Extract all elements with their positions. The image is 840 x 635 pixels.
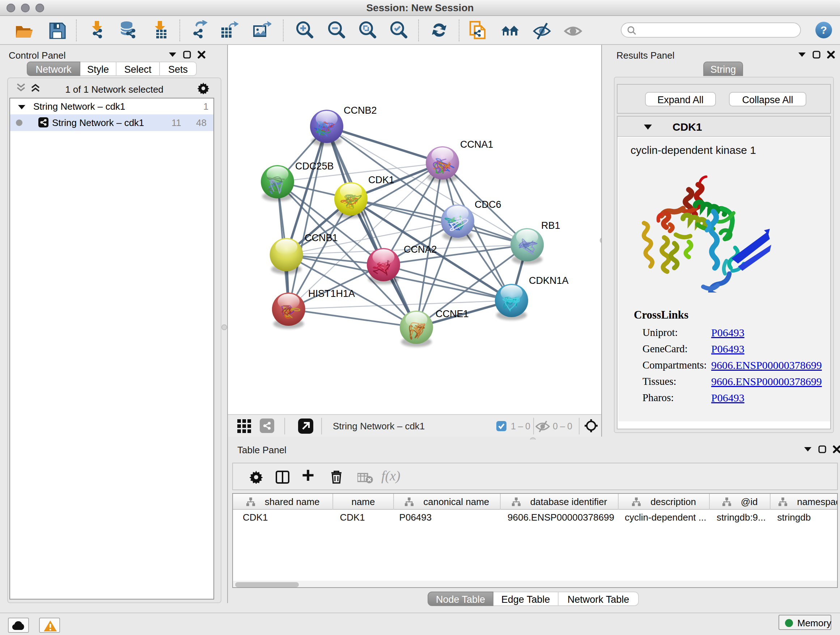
svg-text:CCNB2: CCNB2 [344,105,377,116]
svg-text:CCNB1: CCNB1 [305,233,338,243]
svg-text:HIST1H1A: HIST1H1A [308,288,355,299]
svg-text:CDK1: CDK1 [368,174,394,185]
svg-text:CDKN1A: CDKN1A [529,275,569,286]
svg-text:CCNE1: CCNE1 [436,309,469,319]
svg-text:CDC6: CDC6 [475,199,501,210]
svg-text:CCNA1: CCNA1 [460,139,493,150]
svg-text:RB1: RB1 [541,220,561,231]
svg-text:CDC25B: CDC25B [295,161,334,172]
svg-text:CCNA2: CCNA2 [404,244,437,255]
